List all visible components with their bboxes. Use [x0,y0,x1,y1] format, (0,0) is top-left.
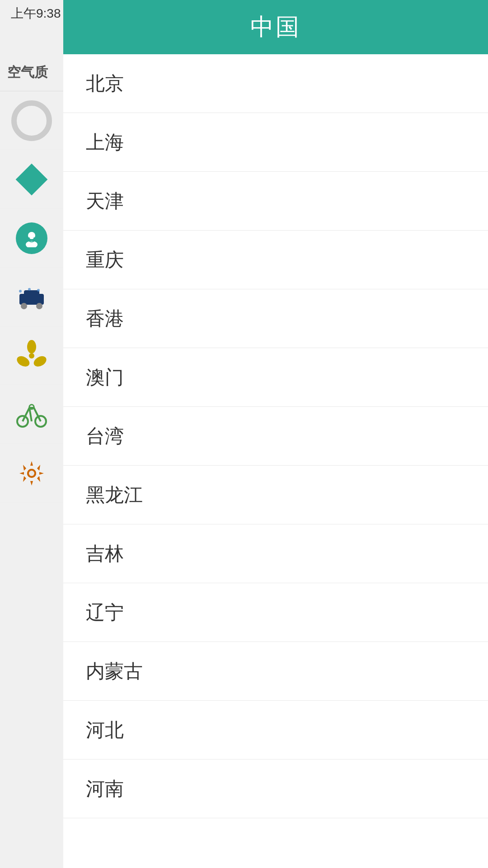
svg-point-3 [33,237,35,239]
city-item-macau[interactable]: 澳门 [63,348,488,407]
bg-gear-icon [0,444,63,503]
city-name-macau: 澳门 [86,365,124,390]
panel-header: 中国 [63,0,488,54]
svg-point-10 [37,289,40,292]
city-name-hongkong: 香港 [86,306,124,331]
city-item-neimenggu[interactable]: 内蒙古 [63,642,488,701]
svg-point-8 [19,290,22,292]
background-app: 空气质 [0,0,63,868]
bg-bike-icon [0,385,63,444]
svg-point-9 [28,288,31,291]
bg-diamond-icon [0,150,63,209]
city-selection-panel: 中国 北京 上海 天津 重庆 香港 澳门 台湾 黑龙江 吉林 [63,0,488,868]
city-name-shanghai: 上海 [86,130,124,155]
city-name-taiwan: 台湾 [86,424,124,449]
city-name-henan: 河南 [86,776,124,802]
city-name-jilin: 吉林 [86,541,124,566]
city-list[interactable]: 北京 上海 天津 重庆 香港 澳门 台湾 黑龙江 吉林 辽宁 [63,54,488,868]
panel-title: 中国 [250,11,301,43]
person-circle-icon [16,222,47,254]
status-time-text: 上午9:38 [11,6,61,20]
svg-point-6 [21,303,27,309]
city-item-tianjin[interactable]: 天津 [63,172,488,231]
svg-point-2 [28,237,30,239]
city-name-hebei: 河北 [86,717,124,743]
bg-fan-icon [0,326,63,385]
city-name-neimenggu: 内蒙古 [86,659,143,684]
bg-person-icon [0,209,63,268]
city-name-beijing: 北京 [86,71,124,96]
city-name-heilongjiang: 黑龙江 [86,482,143,508]
svg-point-7 [36,303,42,309]
svg-point-11 [29,353,34,359]
bg-car-wash-icon [0,268,63,326]
city-item-hongkong[interactable]: 香港 [63,289,488,348]
city-name-chongqing: 重庆 [86,247,124,273]
city-name-liaoning: 辽宁 [86,600,124,625]
city-item-shanghai[interactable]: 上海 [63,113,488,172]
svg-point-21 [29,471,34,476]
city-item-beijing[interactable]: 北京 [63,54,488,113]
city-item-liaoning[interactable]: 辽宁 [63,583,488,642]
svg-rect-5 [24,290,39,297]
city-item-heilongjiang[interactable]: 黑龙江 [63,466,488,524]
city-name-tianjin: 天津 [86,189,124,214]
city-item-chongqing[interactable]: 重庆 [63,231,488,289]
city-item-taiwan[interactable]: 台湾 [63,407,488,466]
svg-point-12 [27,340,36,354]
city-item-henan[interactable]: 河南 [63,760,488,818]
city-item-hebei[interactable]: 河北 [63,701,488,760]
svg-line-17 [29,408,32,421]
city-item-jilin[interactable]: 吉林 [63,524,488,583]
bg-app-label: 空气质 [0,54,63,91]
bg-circle-decoration [0,91,63,150]
